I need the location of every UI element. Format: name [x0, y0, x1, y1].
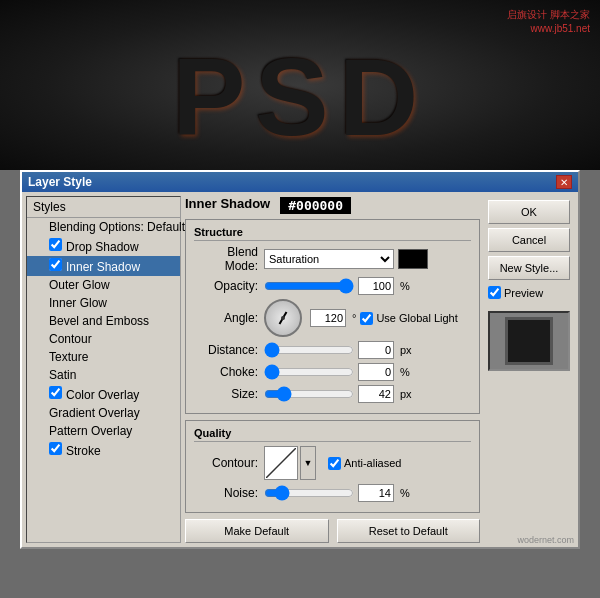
blend-mode-control: NormalDissolveMultiplyScreenOverlaySoft … [264, 249, 471, 269]
dialog-close-button[interactable]: ✕ [556, 175, 572, 189]
quality-section: Quality Contour: ▼ [185, 420, 480, 513]
distance-row: Distance: 0 px [194, 341, 471, 359]
new-style-button[interactable]: New Style... [488, 256, 570, 280]
distance-label: Distance: [194, 343, 264, 357]
style-item-3[interactable]: Outer Glow [27, 276, 180, 294]
distance-slider[interactable] [264, 343, 354, 357]
canvas-watermark: 启旗设计 脚本之家 www.jb51.net [507, 8, 590, 36]
global-light-label: Use Global Light [360, 312, 457, 325]
style-item-5[interactable]: Bevel and Emboss [27, 312, 180, 330]
styles-panel: Styles Blending Options: DefaultDrop Sha… [26, 196, 181, 543]
opacity-input[interactable]: 100 [358, 277, 394, 295]
contour-preview[interactable] [264, 446, 298, 480]
style-item-6[interactable]: Contour [27, 330, 180, 348]
choke-input[interactable]: 0 [358, 363, 394, 381]
canvas-area: PSD 启旗设计 脚本之家 www.jb51.net [0, 0, 600, 170]
style-item-1[interactable]: Drop Shadow [27, 236, 180, 256]
style-item-4[interactable]: Inner Glow [27, 294, 180, 312]
style-item-9[interactable]: Color Overlay [27, 384, 180, 404]
style-item-11[interactable]: Pattern Overlay [27, 422, 180, 440]
blend-mode-row: Blend Mode: NormalDissolveMultiplyScreen… [194, 245, 471, 273]
cancel-button[interactable]: Cancel [488, 228, 570, 252]
dialog-title: Layer Style [28, 175, 92, 189]
choke-unit: % [400, 366, 410, 378]
noise-input[interactable]: 14 [358, 484, 394, 502]
size-label: Size: [194, 387, 264, 401]
opacity-control: 100 % [264, 277, 471, 295]
structure-label: Structure [194, 226, 471, 241]
preview-box [488, 311, 570, 371]
anti-aliased-label: Anti-aliased [328, 457, 401, 470]
angle-label: Angle: [194, 311, 264, 325]
hex-display: #000000 [280, 197, 351, 214]
anti-aliased-text: Anti-aliased [344, 457, 401, 469]
angle-row: Angle: 120 ° Use Global Light [194, 299, 471, 337]
style-item-7[interactable]: Texture [27, 348, 180, 366]
style-item-12[interactable]: Stroke [27, 440, 180, 460]
angle-dial[interactable] [264, 299, 302, 337]
style-checkbox-12[interactable] [49, 442, 62, 455]
canvas-psd-text: PSD [172, 33, 428, 160]
angle-unit: ° [352, 312, 356, 324]
preview-checkbox-row: Preview [488, 286, 574, 299]
size-input[interactable]: 42 [358, 385, 394, 403]
preview-label: Preview [504, 287, 543, 299]
choke-label: Choke: [194, 365, 264, 379]
contour-dropdown-button[interactable]: ▼ [300, 446, 316, 480]
size-unit: px [400, 388, 412, 400]
style-item-2[interactable]: Inner Shadow [27, 256, 180, 276]
noise-control: 14 % [264, 484, 471, 502]
size-control: 42 px [264, 385, 471, 403]
contour-control: ▼ Anti-aliased [264, 446, 471, 480]
size-row: Size: 42 px [194, 385, 471, 403]
contour-label: Contour: [194, 456, 264, 470]
choke-row: Choke: 0 % [194, 363, 471, 381]
angle-input[interactable]: 120 [310, 309, 346, 327]
blend-mode-label: Blend Mode: [194, 245, 264, 273]
opacity-label: Opacity: [194, 279, 264, 293]
style-item-0[interactable]: Blending Options: Default [27, 218, 180, 236]
distance-input[interactable]: 0 [358, 341, 394, 359]
noise-slider[interactable] [264, 486, 354, 500]
bottom-button-row: Make Default Reset to Default [185, 519, 480, 543]
reset-to-default-button[interactable]: Reset to Default [337, 519, 481, 543]
noise-row: Noise: 14 % [194, 484, 471, 502]
opacity-slider[interactable] [264, 279, 354, 293]
global-light-text: Use Global Light [376, 312, 457, 324]
opacity-row: Opacity: 100 % [194, 277, 471, 295]
noise-label: Noise: [194, 486, 264, 500]
choke-control: 0 % [264, 363, 471, 381]
style-checkbox-9[interactable] [49, 386, 62, 399]
make-default-button[interactable]: Make Default [185, 519, 329, 543]
opacity-unit: % [400, 280, 410, 292]
style-item-10[interactable]: Gradient Overlay [27, 404, 180, 422]
distance-unit: px [400, 344, 412, 356]
style-checkbox-2[interactable] [49, 258, 62, 271]
distance-control: 0 px [264, 341, 471, 359]
angle-dot [281, 316, 285, 320]
preview-inner [505, 317, 553, 365]
choke-slider[interactable] [264, 365, 354, 379]
style-item-8[interactable]: Satin [27, 366, 180, 384]
dialog-titlebar: Layer Style ✕ [22, 172, 578, 192]
size-slider[interactable] [264, 387, 354, 401]
quality-title: Quality [194, 427, 471, 442]
layer-style-dialog: Layer Style ✕ Styles Blending Options: D… [20, 170, 580, 549]
inner-shadow-section: Structure Blend Mode: NormalDissolveMult… [185, 219, 480, 414]
bottom-watermark: wodernet.com [517, 535, 574, 545]
global-light-checkbox[interactable] [360, 312, 373, 325]
angle-control: 120 ° Use Global Light [264, 299, 471, 337]
color-swatch[interactable] [398, 249, 428, 269]
noise-unit: % [400, 487, 410, 499]
inner-shadow-title: Inner Shadow [185, 196, 270, 211]
contour-row: Contour: ▼ Anti-aliased [194, 446, 471, 480]
blend-mode-select[interactable]: NormalDissolveMultiplyScreenOverlaySoft … [264, 249, 394, 269]
preview-checkbox[interactable] [488, 286, 501, 299]
anti-aliased-checkbox[interactable] [328, 457, 341, 470]
style-checkbox-1[interactable] [49, 238, 62, 251]
styles-header: Styles [27, 197, 180, 218]
ok-button[interactable]: OK [488, 200, 570, 224]
main-panel: Inner Shadow #000000 Structure Blend Mod… [185, 196, 480, 543]
contour-svg [266, 448, 296, 478]
buttons-panel: OK Cancel New Style... Preview [484, 196, 574, 543]
